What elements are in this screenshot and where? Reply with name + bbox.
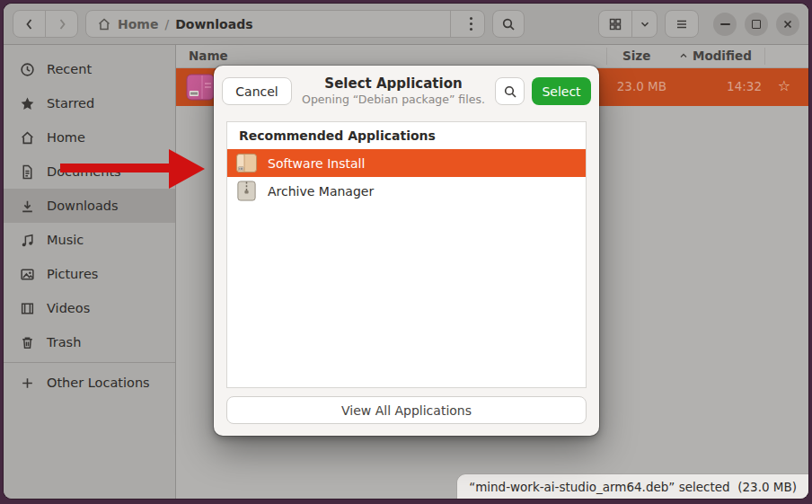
- dialog-search-button[interactable]: [495, 77, 525, 105]
- search-icon: [503, 84, 517, 99]
- path-menu-button[interactable]: [457, 11, 484, 37]
- sidebar-label: Trash: [47, 335, 81, 349]
- application-list: Recommended Applications Software Instal…: [226, 121, 587, 388]
- desktop-background: Home / Downloads: [0, 0, 812, 504]
- titlebar: Home / Downloads: [4, 4, 808, 45]
- sidebar-label: Starred: [47, 96, 94, 111]
- star-toggle-icon[interactable]: ☆: [778, 77, 790, 94]
- close-button[interactable]: [776, 13, 799, 36]
- breadcrumb-current[interactable]: Downloads: [175, 17, 252, 31]
- sidebar-label: Recent: [47, 62, 92, 76]
- dialog-subtitle: Opening “Debian package” files.: [299, 93, 488, 107]
- file-modified-time: 14:32: [727, 79, 762, 93]
- forward-button[interactable]: [45, 10, 78, 38]
- music-note-icon: [20, 233, 35, 248]
- main-menu-button[interactable]: [665, 10, 699, 38]
- sidebar-label: Music: [47, 233, 84, 247]
- grid-view-icon: [608, 17, 622, 31]
- picture-icon: [20, 267, 35, 282]
- plus-icon: [20, 376, 35, 391]
- sidebar-item-home[interactable]: Home: [4, 120, 175, 155]
- home-icon: [97, 17, 111, 31]
- chevron-left-icon: [22, 17, 37, 31]
- sidebar-label: Home: [47, 130, 85, 145]
- view-toggle-group: [598, 10, 658, 38]
- software-install-icon: [235, 152, 258, 174]
- grid-view-button[interactable]: [598, 10, 632, 38]
- nav-button-group: [13, 10, 78, 38]
- chevron-right-icon: [55, 17, 69, 31]
- sidebar-label: Other Locations: [47, 376, 150, 390]
- window-controls: [713, 13, 799, 36]
- sidebar-item-starred[interactable]: Starred: [4, 86, 175, 120]
- recommended-section-header: Recommended Applications: [227, 122, 586, 149]
- close-icon: [782, 19, 793, 30]
- chevron-down-icon: [639, 18, 651, 31]
- sidebar-item-downloads[interactable]: Downloads: [4, 189, 175, 223]
- home-icon: [20, 130, 35, 146]
- status-text: “mind-work-ai-studio_arm64.deb” selected…: [469, 480, 797, 494]
- kebab-menu-icon: [470, 17, 472, 31]
- sidebar-item-pictures[interactable]: Pictures: [4, 257, 175, 291]
- sidebar-item-music[interactable]: Music: [4, 223, 175, 257]
- column-header-size[interactable]: Size: [622, 49, 650, 63]
- search-button[interactable]: [492, 10, 525, 38]
- archive-manager-icon: [235, 180, 258, 202]
- pathbar-divider: [450, 11, 451, 37]
- app-row-archive-manager[interactable]: Archive Manager: [227, 177, 586, 205]
- column-header-name[interactable]: Name: [189, 49, 228, 63]
- film-icon: [20, 301, 35, 316]
- document-icon: [20, 164, 35, 180]
- sidebar-item-trash[interactable]: Trash: [4, 325, 175, 359]
- view-all-applications-button[interactable]: View All Applications: [226, 396, 587, 424]
- app-name: Archive Manager: [268, 184, 374, 199]
- select-button[interactable]: Select: [532, 77, 591, 105]
- sidebar-label: Videos: [47, 301, 90, 315]
- arrow-shaft: [60, 164, 171, 172]
- column-divider: [764, 48, 765, 65]
- view-options-button[interactable]: [631, 10, 658, 38]
- sidebar-label: Downloads: [47, 199, 119, 213]
- star-icon: [20, 96, 35, 111]
- column-divider: [606, 48, 607, 65]
- minimize-button[interactable]: [713, 13, 737, 36]
- search-icon: [501, 17, 516, 31]
- sort-ascending-icon: [679, 51, 688, 60]
- deb-package-icon: [185, 72, 216, 106]
- breadcrumb-separator: /: [164, 17, 169, 31]
- hamburger-menu-icon: [675, 17, 689, 31]
- sidebar-item-other-locations[interactable]: Other Locations: [4, 366, 175, 400]
- status-bar: “mind-work-ai-studio_arm64.deb” selected…: [456, 473, 808, 499]
- sidebar-separator: [4, 362, 175, 363]
- minimize-icon: [720, 23, 730, 25]
- cancel-button[interactable]: Cancel: [222, 77, 292, 105]
- clock-icon: [20, 62, 35, 77]
- trash-icon: [20, 335, 35, 350]
- column-header-modified[interactable]: Modified: [679, 49, 752, 63]
- back-button[interactable]: [13, 10, 46, 38]
- download-icon: [20, 199, 35, 214]
- file-size: 23.0 MB: [617, 79, 666, 93]
- sidebar-item-recent[interactable]: Recent: [4, 52, 175, 86]
- dialog-title-block: Select Application Opening “Debian packa…: [299, 75, 488, 106]
- dialog-header: Cancel Select Application Opening “Debia…: [214, 66, 599, 117]
- sidebar-label: Pictures: [47, 267, 98, 281]
- sidebar-item-videos[interactable]: Videos: [4, 291, 175, 325]
- breadcrumb[interactable]: Home / Downloads: [85, 10, 485, 38]
- breadcrumb-home[interactable]: Home: [118, 17, 158, 31]
- dialog-title: Select Application: [299, 75, 488, 93]
- select-application-dialog: Cancel Select Application Opening “Debia…: [214, 66, 599, 436]
- maximize-icon: [752, 20, 761, 29]
- app-row-software-install[interactable]: Software Install: [227, 149, 586, 177]
- app-name: Software Install: [268, 156, 365, 171]
- sidebar: Recent Starred Home Documents Downloads: [4, 45, 176, 499]
- arrow-head: [169, 149, 205, 189]
- maximize-button[interactable]: [745, 13, 768, 36]
